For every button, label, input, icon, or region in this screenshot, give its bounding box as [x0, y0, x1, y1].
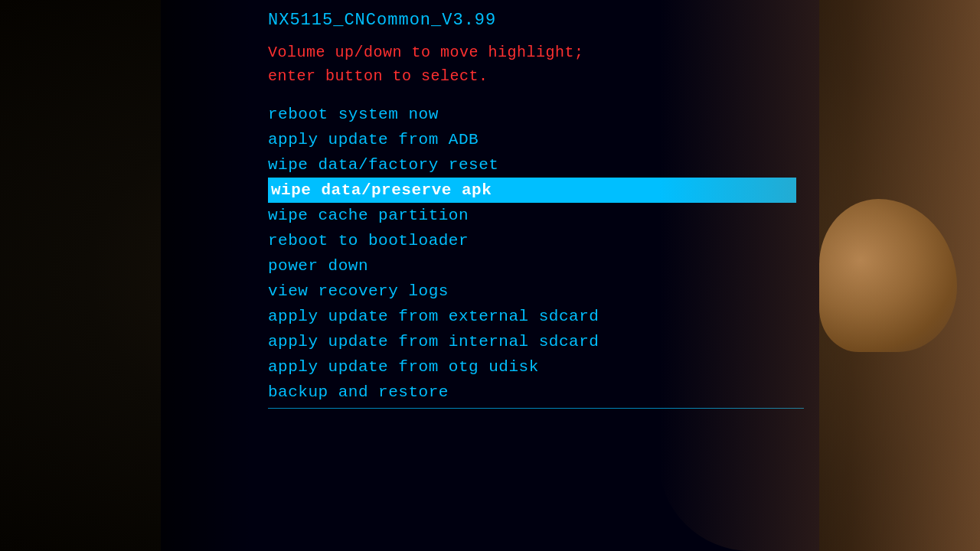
menu-item-wipe-factory[interactable]: wipe data/factory reset: [268, 152, 796, 178]
instruction-line2: enter button to select.: [268, 67, 488, 85]
menu-item-backup-restore[interactable]: backup and restore: [268, 380, 796, 405]
menu-item-apply-adb[interactable]: apply update from ADB: [268, 127, 796, 152]
menu-item-apply-internal[interactable]: apply update from internal sdcard: [268, 329, 796, 354]
menu-item-apply-otg[interactable]: apply update from otg udisk: [268, 354, 796, 380]
menu-list: reboot system now apply update from ADB …: [268, 102, 796, 543]
version-text: NX5115_CNCommon_V3.99: [268, 11, 796, 30]
menu-item-wipe-preserve[interactable]: wipe data/preserve apk: [268, 178, 796, 203]
instruction-line1: Volume up/down to move highlight;: [268, 44, 584, 61]
scene: NX5115_CNCommon_V3.99 Volume up/down to …: [0, 0, 980, 551]
menu-item-reboot-bootloader[interactable]: reboot to bootloader: [268, 228, 796, 253]
menu-item-wipe-cache[interactable]: wipe cache partition: [268, 203, 796, 228]
bottom-divider: [268, 408, 804, 409]
recovery-screen: NX5115_CNCommon_V3.99 Volume up/down to …: [161, 0, 819, 551]
finger: [819, 199, 957, 352]
instruction-text: Volume up/down to move highlight; enter …: [268, 41, 796, 88]
menu-item-reboot-system[interactable]: reboot system now: [268, 102, 796, 127]
menu-item-apply-external[interactable]: apply update from external sdcard: [268, 304, 796, 329]
menu-item-view-logs[interactable]: view recovery logs: [268, 279, 796, 304]
phone-frame: NX5115_CNCommon_V3.99 Volume up/down to …: [161, 0, 819, 551]
menu-item-power-down[interactable]: power down: [268, 253, 796, 279]
